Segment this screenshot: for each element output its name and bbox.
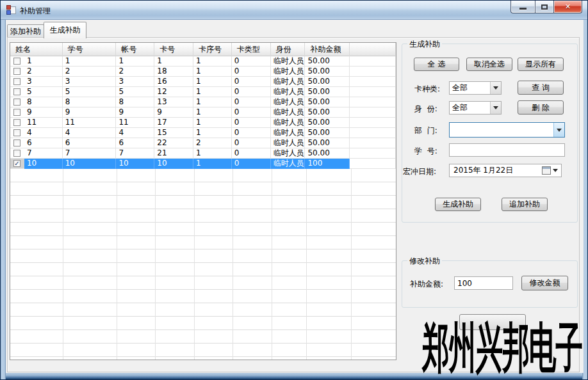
table-cell: 13 <box>154 97 193 107</box>
app-icon <box>6 5 17 15</box>
table-cell: 8 <box>63 97 117 107</box>
window-title: 补助管理 <box>20 6 51 17</box>
table-cell: 0 <box>232 148 271 159</box>
row-checkbox[interactable] <box>13 119 20 126</box>
department-label: 部 门: <box>414 125 437 136</box>
grid-line <box>155 169 156 360</box>
date-value: 2015年 1月22日 <box>450 165 542 176</box>
table-cell: 8 <box>24 97 63 107</box>
table-row[interactable]: 4441510临时人员50.00 <box>10 128 396 138</box>
column-header[interactable]: 补助金额 <box>305 43 350 56</box>
table-row[interactable]: 7772110临时人员50.00 <box>10 148 396 159</box>
table-cell-filler <box>350 159 396 169</box>
table-cell: 7 <box>24 148 63 159</box>
maximize-button[interactable] <box>535 1 554 13</box>
dropdown-button[interactable] <box>553 123 564 137</box>
table-cell: 4 <box>63 128 117 138</box>
checkbox-cell <box>10 77 24 87</box>
append-subsidy-button[interactable]: 追加补助 <box>502 198 548 211</box>
row-checkbox[interactable] <box>13 88 20 95</box>
table-cell: 22 <box>154 138 193 148</box>
row-checkbox[interactable] <box>13 99 20 106</box>
column-header[interactable]: 姓名 <box>10 43 63 56</box>
table-cell: 9 <box>154 107 193 118</box>
table-cell-filler <box>350 56 396 67</box>
column-header[interactable]: 帐号 <box>116 43 154 56</box>
card-type-select[interactable]: 全部 <box>449 81 502 95</box>
table-row[interactable]: 111110临时人员50.00 <box>10 56 396 67</box>
table-row[interactable]: 1111111710临时人员50.00 <box>10 118 396 128</box>
identity-label: 身 份: <box>414 104 437 115</box>
table-cell-filler <box>350 128 396 138</box>
grid-line <box>117 169 117 360</box>
query-button[interactable]: 查 询 <box>518 81 564 95</box>
table-row[interactable]: 3331610临时人员50.00 <box>10 77 396 87</box>
column-header[interactable]: 卡类型 <box>232 43 271 56</box>
table-row[interactable]: 2221810临时人员50.00 <box>10 67 396 77</box>
table-row[interactable]: ✓1010101010临时人员100 <box>10 159 396 169</box>
table-cell: 50.00 <box>305 97 350 107</box>
table-cell-filler <box>350 77 396 87</box>
table-cell: 50.00 <box>305 56 350 67</box>
table-cell-filler <box>350 148 396 159</box>
tab-generate-subsidy[interactable]: 生成补助 <box>44 22 86 38</box>
table-cell: 50.00 <box>305 87 350 97</box>
table-cell-filler <box>350 118 396 128</box>
column-header[interactable]: 学号 <box>63 43 117 56</box>
tab-add-subsidy[interactable]: 添加补助 <box>7 24 44 38</box>
table-cell: 临时人员 <box>271 138 306 148</box>
subsidy-table[interactable]: 姓名学号帐号卡号卡序号卡类型身份补助金额 111110临时人员50.002221… <box>10 42 396 360</box>
row-checkbox[interactable] <box>13 58 20 65</box>
table-cell: 9 <box>63 107 117 118</box>
column-header-filler[interactable] <box>350 43 396 56</box>
show-all-button[interactable]: 显示所有 <box>518 58 564 71</box>
row-checkbox[interactable] <box>13 139 20 146</box>
table-cell: 6 <box>116 138 154 148</box>
table-cell-filler <box>350 87 396 97</box>
checkbox-cell <box>10 97 24 107</box>
checkbox-cell <box>10 148 24 159</box>
table-row[interactable]: 6662220临时人员50.00 <box>10 138 396 148</box>
column-header[interactable]: 身份 <box>271 43 306 56</box>
row-checkbox[interactable] <box>13 109 20 116</box>
row-checkbox[interactable] <box>13 68 20 75</box>
table-row[interactable]: 5551210临时人员50.00 <box>10 87 396 97</box>
checkbox-cell <box>10 87 24 97</box>
table-cell: 100 <box>305 159 350 169</box>
row-checkbox[interactable]: ✓ <box>13 160 20 167</box>
dropdown-button[interactable] <box>490 102 501 114</box>
row-checkbox[interactable] <box>13 129 20 136</box>
amount-label: 补助金额: <box>410 279 443 290</box>
table-cell: 2 <box>193 138 232 148</box>
recharge-date-picker[interactable]: 2015年 1月22日 <box>449 164 562 177</box>
titlebar[interactable]: 补助管理 ✕ <box>1 1 587 20</box>
table-cell: 50.00 <box>305 138 350 148</box>
table-cell: 1 <box>24 56 63 67</box>
delete-button[interactable]: 删 除 <box>518 100 564 115</box>
close-button[interactable]: ✕ <box>554 1 582 13</box>
row-checkbox[interactable] <box>13 78 20 85</box>
identity-select[interactable]: 全部 <box>449 101 502 115</box>
column-header[interactable]: 卡序号 <box>193 43 232 56</box>
checkbox-cell: ✓ <box>10 159 24 169</box>
student-id-input[interactable] <box>449 143 565 157</box>
deselect-all-button[interactable]: 取消全选 <box>466 58 512 71</box>
department-select[interactable] <box>449 122 565 138</box>
table-cell: 1 <box>193 107 232 118</box>
table-cell: 18 <box>154 67 193 77</box>
table-cell: 10 <box>116 159 154 169</box>
select-all-button[interactable]: 全 选 <box>414 58 459 71</box>
table-cell: 12 <box>154 87 193 97</box>
row-checkbox[interactable] <box>13 150 20 157</box>
table-row[interactable]: 8881310临时人员50.00 <box>10 97 396 107</box>
chevron-down-icon <box>493 106 498 109</box>
minimize-button[interactable] <box>510 1 535 13</box>
chevron-down-icon[interactable] <box>553 169 558 172</box>
amount-input[interactable] <box>454 276 513 290</box>
generate-subsidy-button[interactable]: 生成补助 <box>435 198 481 211</box>
dropdown-button[interactable] <box>490 82 501 94</box>
modify-amount-button[interactable]: 修改金额 <box>521 276 568 290</box>
table-cell: 11 <box>24 118 63 128</box>
column-header[interactable]: 卡号 <box>154 43 193 56</box>
table-row[interactable]: 999910临时人员50.00 <box>10 107 396 118</box>
